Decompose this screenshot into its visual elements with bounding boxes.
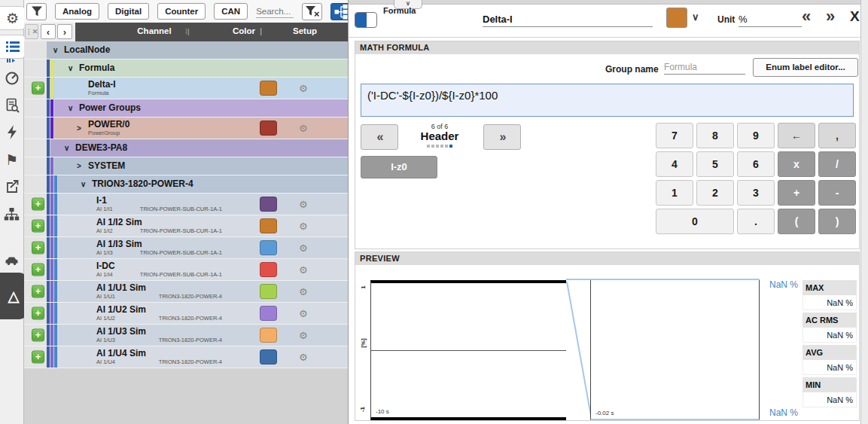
- filter-counter-button[interactable]: Counter: [157, 3, 206, 20]
- channel-row-i-1[interactable]: +I-1AI 1/I1TRION-POWER-SUB-CUR-1A-1⚙: [24, 194, 348, 215]
- channel-name-input[interactable]: [483, 12, 653, 27]
- channel-row-ai-1-i3-sim[interactable]: +AI 1/I3 SimAI 1/I3TRION-POWER-SUB-CUR-1…: [24, 237, 348, 259]
- add-channel-button[interactable]: +: [32, 264, 44, 276]
- channel-color-swatch[interactable]: [260, 306, 277, 321]
- chevron-down-icon[interactable]: ∨: [68, 64, 79, 72]
- channel-row-i-dc[interactable]: +I-DCAI 1/I4TRION-POWER-SUB-CUR-1A-1⚙: [24, 259, 348, 281]
- sidebar-item-channel-list[interactable]: [0, 35, 26, 59]
- channel-color-swatch[interactable]: [260, 240, 277, 255]
- channel-row-delta-i[interactable]: +Delta-IFormula⚙: [24, 78, 348, 99]
- keypad-key-symbol[interactable]: /: [818, 151, 856, 177]
- channel-color-swatch[interactable]: [260, 197, 277, 212]
- channel-color-swatch[interactable]: [260, 120, 277, 136]
- channel-setup-gear-icon[interactable]: ⚙: [299, 330, 308, 341]
- channel-color-swatch[interactable]: [260, 284, 277, 299]
- column-prev-button[interactable]: ‹: [41, 24, 56, 39]
- close-button[interactable]: X: [850, 8, 860, 25]
- channel-setup-gear-icon[interactable]: ⚙: [299, 352, 308, 363]
- keypad-key-symbol[interactable]: ←: [778, 123, 815, 148]
- column-header-channel[interactable]: Channel: [128, 26, 181, 35]
- keypad-key-symbol[interactable]: (: [778, 209, 815, 234]
- preview-zoom-chart[interactable]: -0.02 s: [590, 280, 760, 420]
- enum-label-editor-button[interactable]: Enum label editor...: [753, 58, 858, 77]
- channel-setup-gear-icon[interactable]: ⚙: [299, 199, 308, 210]
- sidebar-item-marker[interactable]: ⚑: [0, 148, 23, 172]
- channel-row-ai-1-u1-sim[interactable]: +AI 1/U1 SimAI 1/U1TRION3-1820-POWER-4⚙: [24, 281, 348, 303]
- channel-setup-gear-icon[interactable]: ⚙: [299, 308, 308, 319]
- channel-row-dewe3-pa8[interactable]: ∨DEWE3-PA8: [24, 139, 348, 157]
- filter-analog-button[interactable]: Analog: [55, 3, 99, 20]
- sidebar-item-measurement[interactable]: [0, 66, 23, 90]
- chevron-right-icon[interactable]: >: [77, 162, 88, 170]
- channel-color-swatch[interactable]: [666, 8, 687, 28]
- channel-row-ai-1-i2-sim[interactable]: +AI 1/I2 SimAI 1/I2TRION-POWER-SUB-CUR-1…: [24, 215, 348, 237]
- channel-row-power-0[interactable]: >POWER/0PowerGroup⚙: [24, 117, 348, 139]
- chevron-down-icon[interactable]: ∨: [53, 46, 64, 54]
- add-channel-button[interactable]: +: [32, 220, 44, 233]
- keypad-key-1[interactable]: 1: [656, 180, 693, 206]
- sidebar-item-export[interactable]: [0, 175, 23, 199]
- channel-setup-gear-icon[interactable]: ⚙: [299, 243, 308, 254]
- add-channel-button[interactable]: +: [32, 242, 44, 255]
- sidebar-item-network[interactable]: [0, 202, 23, 226]
- channel-color-swatch[interactable]: [260, 262, 277, 277]
- column-next-button[interactable]: ›: [57, 24, 72, 39]
- sidebar-item-logo[interactable]: △: [0, 273, 27, 319]
- keypad-key-0[interactable]: 0: [656, 209, 734, 234]
- channel-row-trion3-1820-power-4[interactable]: ∨TRION3-1820-POWER-4: [24, 175, 348, 194]
- search-input[interactable]: [256, 5, 294, 18]
- channel-row-ai-1-u3-sim[interactable]: +AI 1/U3 SimAI 1/U3TRION3-1820-POWER-4⚙: [24, 325, 348, 346]
- keypad-key-symbol[interactable]: +: [778, 180, 815, 206]
- clear-filter-button[interactable]: [302, 3, 322, 20]
- keypad-page-next-button[interactable]: »: [483, 124, 521, 150]
- sidebar-item-report[interactable]: [0, 93, 23, 117]
- sidebar-item-trigger[interactable]: [0, 120, 23, 145]
- preview-full-chart[interactable]: -10 s: [370, 280, 566, 420]
- channel-color-swatch[interactable]: [260, 328, 277, 343]
- add-channel-button[interactable]: +: [32, 285, 44, 298]
- channel-color-swatch[interactable]: [260, 81, 277, 96]
- keypad-key-symbol[interactable]: .: [737, 209, 775, 234]
- channel-setup-gear-icon[interactable]: ⚙: [299, 221, 308, 232]
- keypad-key-symbol[interactable]: ): [818, 209, 856, 234]
- column-header-color[interactable]: Color: [223, 26, 265, 35]
- keypad-key-x[interactable]: x: [778, 151, 815, 177]
- channel-row-formula[interactable]: ∨Formula: [24, 59, 348, 78]
- filter-digital-button[interactable]: Digital: [108, 3, 149, 20]
- keypad-key-symbol[interactable]: ,: [818, 123, 856, 148]
- channel-setup-gear-icon[interactable]: ⚙: [299, 264, 308, 276]
- add-channel-button[interactable]: +: [32, 198, 44, 211]
- chevron-down-icon[interactable]: ∨: [64, 144, 75, 152]
- chevron-down-icon[interactable]: ∨: [81, 180, 92, 188]
- add-channel-button[interactable]: +: [32, 82, 44, 95]
- sidebar-item-vehicle[interactable]: [0, 247, 23, 271]
- keypad-key-8[interactable]: 8: [696, 123, 734, 148]
- vertical-scrollbar[interactable]: [860, 0, 868, 424]
- add-channel-button[interactable]: +: [32, 329, 44, 342]
- keypad-key-3[interactable]: 3: [737, 180, 775, 206]
- keypad-key-7[interactable]: 7: [656, 123, 693, 148]
- add-channel-button[interactable]: +: [32, 307, 44, 320]
- keypad-key-4[interactable]: 4: [656, 151, 693, 177]
- prev-channel-button[interactable]: «: [802, 7, 809, 26]
- column-grip-icon[interactable]: ⁞|: [185, 28, 190, 35]
- formula-expression-input[interactable]: ('I-DC'-${I-z0})/${I-z0}*100: [361, 84, 854, 117]
- channel-active-toggle[interactable]: [355, 12, 377, 28]
- channel-setup-gear-icon[interactable]: ⚙: [299, 83, 308, 94]
- next-channel-button[interactable]: »: [826, 7, 833, 26]
- keypad-key-5[interactable]: 5: [696, 151, 734, 177]
- keypad-page-prev-button[interactable]: «: [361, 124, 398, 150]
- unit-input[interactable]: [739, 12, 802, 27]
- column-header-setup[interactable]: Setup: [284, 26, 326, 35]
- chevron-down-icon[interactable]: ∨: [68, 104, 79, 112]
- chevron-right-icon[interactable]: >: [77, 124, 88, 133]
- filter-can-button[interactable]: CAN: [214, 3, 248, 20]
- color-dropdown-chevron-icon[interactable]: ∨: [692, 11, 699, 23]
- keypad-key-9[interactable]: 9: [737, 123, 775, 148]
- channel-color-swatch[interactable]: [260, 218, 277, 233]
- clear-column-button[interactable]: ⋮✕: [25, 24, 38, 39]
- channel-color-swatch[interactable]: [260, 349, 277, 365]
- channel-row-localnode[interactable]: ∨LocalNode: [24, 41, 348, 59]
- channel-row-ai-1-u2-sim[interactable]: +AI 1/U2 SimAI 1/U2TRION3-1820-POWER-4⚙: [24, 303, 348, 325]
- group-name-input[interactable]: [664, 59, 745, 75]
